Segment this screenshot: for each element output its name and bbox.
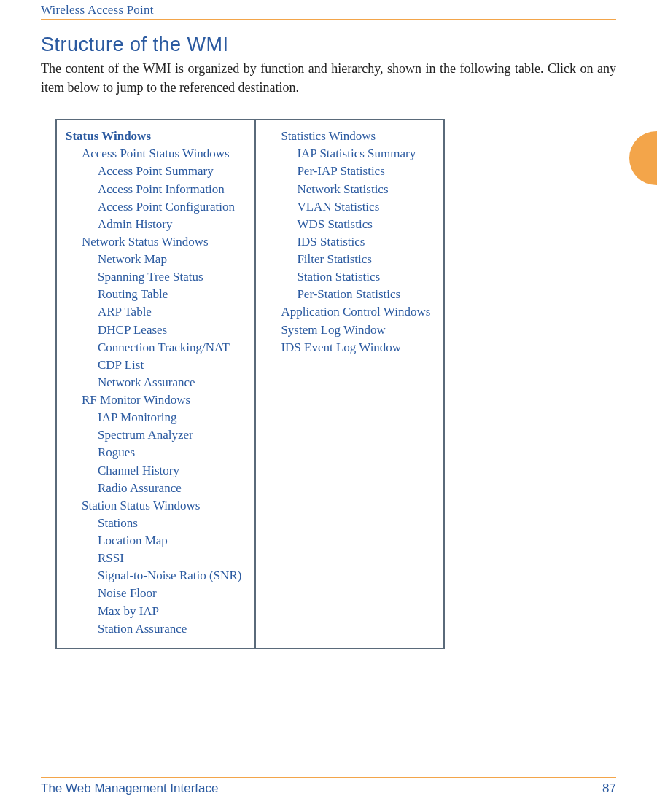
- toc-link[interactable]: System Log Window: [281, 321, 430, 339]
- toc-link[interactable]: RSSI: [98, 550, 241, 567]
- toc-link[interactable]: RF Monitor Windows: [82, 391, 241, 409]
- toc-link[interactable]: WDS Statistics: [297, 216, 430, 233]
- toc-link[interactable]: Radio Assurance: [98, 480, 241, 497]
- toc-table: Status WindowsAccess Point Status Window…: [55, 119, 445, 649]
- toc-link[interactable]: Spectrum Analyzer: [98, 426, 241, 444]
- intro-paragraph: The content of the WMI is organized by f…: [41, 59, 616, 97]
- toc-link[interactable]: Rogues: [98, 444, 241, 461]
- toc-link[interactable]: Channel History: [98, 462, 241, 480]
- toc-link[interactable]: Network Statistics: [297, 181, 430, 198]
- toc-link[interactable]: IAP Monitoring: [98, 409, 241, 426]
- toc-link[interactable]: Spanning Tree Status: [98, 268, 241, 286]
- section-title: Structure of the WMI: [41, 34, 616, 56]
- toc-link[interactable]: Application Control Windows: [281, 303, 430, 321]
- toc-link[interactable]: Max by IAP: [98, 603, 241, 620]
- toc-link[interactable]: Stations: [98, 515, 241, 532]
- toc-link[interactable]: ARP Table: [98, 303, 241, 321]
- toc-link[interactable]: Statistics Windows: [281, 128, 430, 145]
- toc-link[interactable]: Station Assurance: [98, 620, 241, 638]
- toc-link[interactable]: Connection Tracking/NAT: [98, 339, 241, 356]
- toc-link[interactable]: Network Status Windows: [82, 233, 241, 251]
- page-footer: The Web Management Interface 87: [41, 777, 616, 796]
- toc-link[interactable]: Access Point Information: [98, 181, 241, 198]
- toc-left-column: Status WindowsAccess Point Status Window…: [56, 120, 255, 649]
- toc-link[interactable]: Location Map: [98, 532, 241, 550]
- toc-link[interactable]: Station Status Windows: [82, 497, 241, 515]
- toc-link[interactable]: Per-IAP Statistics: [297, 163, 430, 180]
- toc-link[interactable]: Status Windows: [66, 128, 241, 145]
- toc-link[interactable]: CDP List: [98, 356, 241, 374]
- toc-link[interactable]: IDS Statistics: [297, 233, 430, 251]
- running-head: Wireless Access Point: [41, 0, 616, 20]
- footer-section-title: The Web Management Interface: [41, 781, 219, 796]
- toc-link[interactable]: Access Point Summary: [98, 163, 241, 180]
- toc-right-column: Statistics WindowsIAP Statistics Summary…: [255, 120, 444, 649]
- toc-link[interactable]: Signal-to-Noise Ratio (SNR): [98, 567, 241, 585]
- toc-link[interactable]: Noise Floor: [98, 585, 241, 602]
- toc-link[interactable]: IDS Event Log Window: [281, 339, 430, 356]
- toc-link[interactable]: Access Point Status Windows: [82, 145, 241, 163]
- toc-link[interactable]: Filter Statistics: [297, 251, 430, 268]
- toc-link[interactable]: Network Map: [98, 251, 241, 268]
- toc-link[interactable]: VLAN Statistics: [297, 198, 430, 216]
- toc-link[interactable]: Access Point Configuration: [98, 198, 241, 216]
- toc-link[interactable]: Network Assurance: [98, 374, 241, 391]
- toc-link[interactable]: Per-Station Statistics: [297, 286, 430, 303]
- toc-link[interactable]: Admin History: [98, 216, 241, 233]
- toc-link[interactable]: Routing Table: [98, 286, 241, 303]
- footer-page-number: 87: [602, 781, 616, 796]
- toc-link[interactable]: DHCP Leases: [98, 321, 241, 339]
- toc-link[interactable]: IAP Statistics Summary: [297, 145, 430, 163]
- toc-link[interactable]: Station Statistics: [297, 268, 430, 286]
